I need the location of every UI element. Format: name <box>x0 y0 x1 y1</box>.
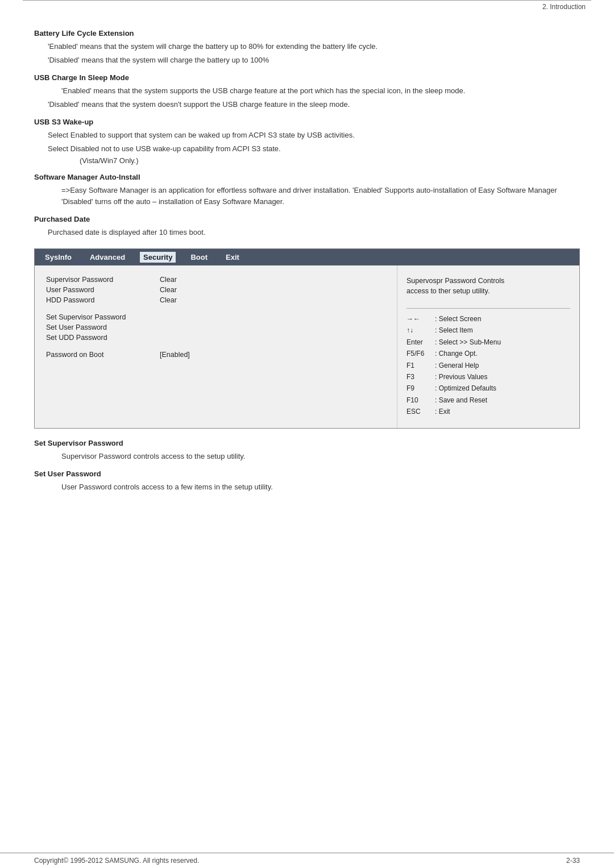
bios-row-user-password: User Password Clear <box>46 286 388 294</box>
copyright-text: Copyright© 1995-2012 SAMSUNG. All rights… <box>34 857 199 865</box>
bios-help-row-f3: F3 : Previous Values <box>406 371 570 383</box>
bios-left-panel: Supervisor Password Clear User Password … <box>35 265 397 428</box>
bios-label-hdd-password: HDD Password <box>46 296 160 304</box>
bios-desc-f1: : General Help <box>435 360 479 371</box>
set-user-desc: User Password controls access to a few i… <box>61 481 580 493</box>
bios-key-arrows: →← <box>406 313 432 325</box>
bios-label-set-udd: Set UDD Password <box>46 334 160 342</box>
bios-right-description: Supervospr Password Controls access to t… <box>406 276 570 297</box>
bios-row-set-udd[interactable]: Set UDD Password <box>46 334 388 342</box>
bios-desc-select-screen: : Select Screen <box>435 313 481 325</box>
usb-charge-title: USB Charge In Sleep Mode <box>34 73 580 82</box>
bios-row-set-supervisor[interactable]: Set Supervisor Password <box>46 313 388 321</box>
bios-row-hdd-password: HDD Password Clear <box>46 296 388 304</box>
bios-spacer-1 <box>46 306 388 313</box>
bios-desc-f3: : Previous Values <box>435 371 488 383</box>
header-line: 2. Introduction <box>23 0 591 11</box>
bios-value-supervisor: Clear <box>160 276 177 284</box>
bios-label-supervisor: Supervisor Password <box>46 276 160 284</box>
battery-enabled-desc: 'Enabled' means that the system will cha… <box>48 41 580 52</box>
bios-desc-esc: : Exit <box>435 406 450 417</box>
chapter-label: 2. Introduction <box>542 3 586 11</box>
bios-value-password-on-boot: [Enabled] <box>160 351 190 359</box>
bios-help-row-esc: ESC : Exit <box>406 406 570 417</box>
usb-s3-title: USB S3 Wake-up <box>34 118 580 126</box>
section-battery-life: Battery Life Cycle Extension 'Enabled' m… <box>34 29 580 65</box>
usb-s3-enabled-desc: Select Enabled to support that system ca… <box>48 130 580 141</box>
bios-right-text-1: Supervospr Password Controls <box>406 277 504 285</box>
bios-key-updown: ↑↓ <box>406 325 432 336</box>
set-user-title: Set User Password <box>34 470 580 478</box>
bios-row-supervisor: Supervisor Password Clear <box>46 276 388 284</box>
bios-value-user-password: Clear <box>160 286 177 294</box>
usb-s3-note: (Vista/Win7 Only.) <box>80 156 580 165</box>
section-purchased-date: Purchased Date Purchased date is display… <box>34 215 580 238</box>
bios-help-row-f10: F10 : Save and Reset <box>406 394 570 406</box>
page-number: 2-33 <box>566 857 580 865</box>
bios-help-row-f1: F1 : General Help <box>406 360 570 371</box>
bios-key-f5f6: F5/F6 <box>406 348 432 359</box>
bios-label-password-on-boot: Password on Boot <box>46 351 160 359</box>
bios-label-user-password: User Password <box>46 286 160 294</box>
bios-desc-f5f6: : Change Opt. <box>435 348 478 359</box>
bios-help-table: →← : Select Screen ↑↓ : Select Item Ente… <box>406 313 570 418</box>
bios-key-f3: F3 <box>406 371 432 383</box>
bios-label-set-user: Set User Password <box>46 323 160 331</box>
bios-menu-sysinfo[interactable]: SysInfo <box>42 252 75 263</box>
software-manager-title: Software Manager Auto-Install <box>34 173 580 181</box>
bios-help-row-select-item: ↑↓ : Select Item <box>406 325 570 336</box>
bios-right-divider <box>406 308 570 309</box>
bios-key-f1: F1 <box>406 360 432 371</box>
set-supervisor-title: Set Supervisor Password <box>34 439 580 447</box>
footer: Copyright© 1995-2012 SAMSUNG. All rights… <box>0 853 614 868</box>
bios-menubar: SysInfo Advanced Security Boot Exit <box>35 249 579 265</box>
usb-charge-enabled-desc: 'Enabled' means that the system supports… <box>61 85 580 97</box>
bios-label-set-supervisor: Set Supervisor Password <box>46 313 160 321</box>
page-container: 2. Introduction Battery Life Cycle Exten… <box>0 0 614 868</box>
section-set-user: Set User Password User Password controls… <box>34 470 580 493</box>
bios-desc-f9: : Optimized Defaults <box>435 383 496 394</box>
main-content: Battery Life Cycle Extension 'Enabled' m… <box>0 11 614 506</box>
set-supervisor-desc: Supervisor Password controls access to t… <box>61 451 580 462</box>
section-software-manager: Software Manager Auto-Install =>Easy Sof… <box>34 173 580 207</box>
battery-disabled-desc: 'Disabled' means that the system will ch… <box>48 55 580 66</box>
usb-s3-disabled-desc: Select Disabled not to use USB wake-up c… <box>48 143 580 155</box>
software-manager-desc: =>Easy Software Manager is an applicatio… <box>61 185 573 207</box>
bios-help-row-f5f6: F5/F6 : Change Opt. <box>406 348 570 359</box>
bios-desc-f10: : Save and Reset <box>435 394 487 406</box>
battery-life-title: Battery Life Cycle Extension <box>34 29 580 38</box>
bios-spacer-2 <box>46 344 388 351</box>
purchased-date-desc: Purchased date is displayed after 10 tim… <box>48 227 580 238</box>
section-usb-s3: USB S3 Wake-up Select Enabled to support… <box>34 118 580 165</box>
bios-menu-security[interactable]: Security <box>140 252 176 263</box>
bios-help-row-f9: F9 : Optimized Defaults <box>406 383 570 394</box>
usb-charge-disabled-desc: 'Disabled' means that the system doesn't… <box>48 99 580 110</box>
bios-right-panel: Supervospr Password Controls access to t… <box>397 265 579 428</box>
bios-desc-select-item: : Select Item <box>435 325 473 336</box>
bios-row-set-user[interactable]: Set User Password <box>46 323 388 331</box>
bios-row-password-on-boot[interactable]: Password on Boot [Enabled] <box>46 351 388 359</box>
usb-charge-enabled-text: 'Enabled' means that the system supports… <box>61 86 465 95</box>
bios-value-hdd-password: Clear <box>160 296 177 304</box>
bios-screenshot: SysInfo Advanced Security Boot Exit Supe… <box>34 248 580 429</box>
section-usb-charge: USB Charge In Sleep Mode 'Enabled' means… <box>34 73 580 110</box>
bios-menu-boot[interactable]: Boot <box>187 252 211 263</box>
bios-menu-advanced[interactable]: Advanced <box>86 252 128 263</box>
bios-right-text-2: access to ther setup utility. <box>406 287 489 295</box>
bios-key-f10: F10 <box>406 394 432 406</box>
bios-help-row-select-screen: →← : Select Screen <box>406 313 570 325</box>
section-set-supervisor: Set Supervisor Password Supervisor Passw… <box>34 439 580 462</box>
bios-key-enter: Enter <box>406 337 432 348</box>
bios-key-f9: F9 <box>406 383 432 394</box>
bios-desc-enter: : Select >> Sub-Menu <box>435 337 501 348</box>
bios-key-esc: ESC <box>406 406 432 417</box>
purchased-date-title: Purchased Date <box>34 215 580 223</box>
bios-menu-exit[interactable]: Exit <box>222 252 243 263</box>
bios-body: Supervisor Password Clear User Password … <box>35 265 579 428</box>
bios-help-row-enter: Enter : Select >> Sub-Menu <box>406 337 570 348</box>
